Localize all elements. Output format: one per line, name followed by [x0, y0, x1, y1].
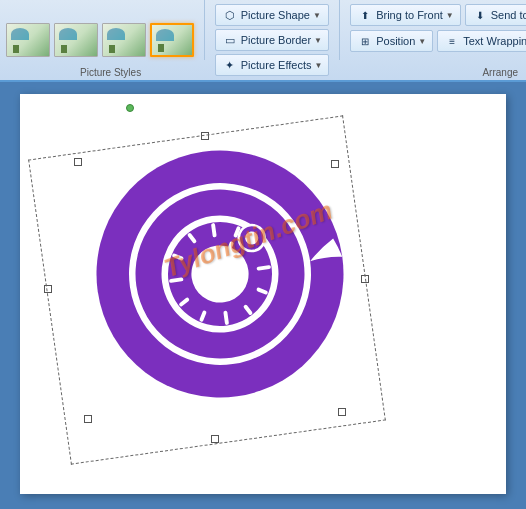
send-to-back-icon: ⬇	[472, 7, 488, 23]
picture-shape-button[interactable]: ⬡ Picture Shape ▼	[215, 4, 330, 26]
picture-effects-icon: ✦	[222, 57, 238, 73]
picture-shape-label: Picture Shape	[241, 9, 310, 21]
divider-2	[339, 0, 340, 60]
picture-format-group: ⬡ Picture Shape ▼ ▭ Picture Border ▼ ✦ P…	[209, 0, 336, 80]
position-arrow[interactable]: ▼	[418, 37, 426, 46]
handle-bc[interactable]	[211, 435, 219, 443]
picture-border-icon: ▭	[222, 32, 238, 48]
divider-1	[204, 0, 205, 60]
picture-effects-button[interactable]: ✦ Picture Effects ▼	[215, 54, 330, 76]
arrange-section-label: Arrange	[482, 67, 518, 78]
page: Tylongtin.com	[20, 94, 506, 494]
send-to-back-label: Send to Back	[491, 9, 526, 21]
svg-line-16	[174, 255, 181, 258]
bring-to-front-arrow[interactable]: ▼	[446, 11, 454, 20]
thumbnail-3[interactable]	[102, 23, 146, 57]
bring-to-front-button[interactable]: ⬆ Bring to Front ▼	[350, 4, 461, 26]
svg-line-10	[259, 290, 266, 293]
picture-shape-dropdown-arrow[interactable]: ▼	[313, 11, 321, 20]
text-wrapping-icon: ≡	[444, 33, 460, 49]
position-button[interactable]: ⊞ Position ▼	[350, 30, 433, 52]
picture-border-label: Picture Border	[241, 34, 311, 46]
handle-tc[interactable]	[201, 132, 209, 140]
thumbnail-2[interactable]	[54, 23, 98, 57]
handle-br[interactable]	[338, 408, 346, 416]
handle-bl[interactable]	[84, 415, 92, 423]
position-label: Position	[376, 35, 415, 47]
picture-effects-label: Picture Effects	[241, 59, 312, 71]
picture-shape-icon: ⬡	[222, 7, 238, 23]
svg-line-6	[213, 225, 214, 235]
thumbnail-4[interactable]	[150, 23, 194, 57]
position-icon: ⊞	[357, 33, 373, 49]
svg-line-15	[171, 279, 181, 280]
bring-to-front-label: Bring to Front	[376, 9, 443, 21]
svg-line-9	[259, 267, 269, 268]
text-wrapping-label: Text Wrapping	[463, 35, 526, 47]
donut-image[interactable]	[73, 127, 367, 421]
rotation-handle[interactable]	[126, 104, 134, 112]
picture-effects-dropdown-arrow[interactable]: ▼	[314, 61, 322, 70]
picture-border-button[interactable]: ▭ Picture Border ▼	[215, 29, 330, 51]
thumbnail-1[interactable]	[6, 23, 50, 57]
svg-line-13	[201, 313, 204, 320]
ribbon: ⬡ Picture Shape ▼ ▭ Picture Border ▼ ✦ P…	[0, 0, 526, 82]
picture-styles-section-label: Picture Styles	[80, 67, 141, 78]
send-to-back-button[interactable]: ⬇ Send to Back ▼	[465, 4, 526, 26]
picture-border-dropdown-arrow[interactable]: ▼	[314, 36, 322, 45]
bring-to-front-icon: ⬆	[357, 7, 373, 23]
canvas-area: Tylongtin.com	[0, 82, 526, 509]
handle-mr[interactable]	[361, 275, 369, 283]
handle-ml[interactable]	[44, 285, 52, 293]
text-wrapping-button[interactable]: ≡ Text Wrapping ▼	[437, 30, 526, 52]
svg-line-12	[225, 313, 226, 323]
